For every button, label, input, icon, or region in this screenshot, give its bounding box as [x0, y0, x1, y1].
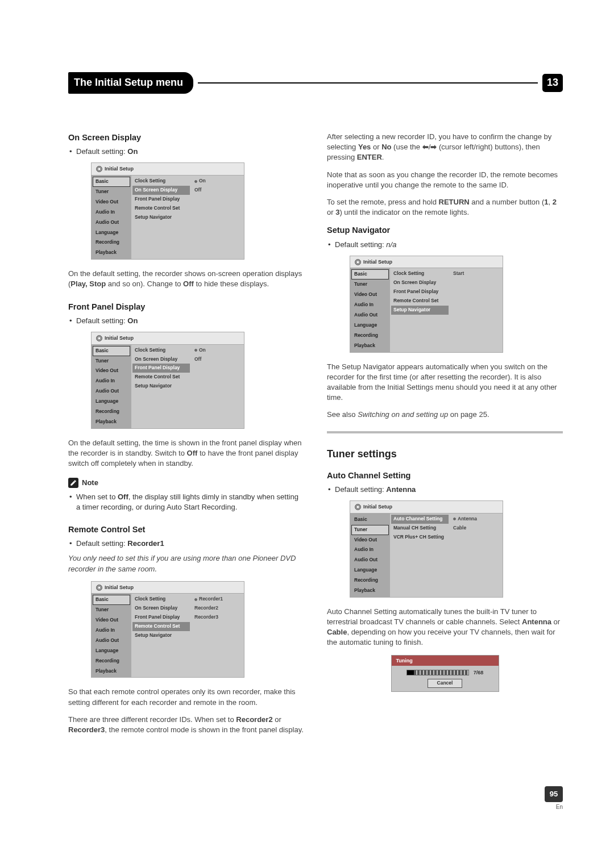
- page-language: En: [545, 803, 563, 811]
- osd-left-item: Tuner: [93, 605, 130, 615]
- osd-left-item: Audio Out: [93, 386, 130, 397]
- osd-left-item: Playback: [93, 666, 130, 677]
- screenshot-acs: Initial Setup Basic Tuner Video Out Audi…: [350, 500, 503, 598]
- fpd-description: On the default setting, the time is show…: [68, 438, 304, 469]
- osd-left-item: Language: [93, 397, 130, 407]
- screenshot-tuning: Tuning 7/68 Cancel: [391, 655, 499, 692]
- osd-center-item: Front Panel Display: [132, 195, 190, 204]
- osd-left-item: Audio In: [351, 300, 389, 310]
- osd-left-item: Playback: [93, 417, 130, 427]
- osd-left-item: Language: [351, 320, 389, 331]
- tuning-count: 7/68: [474, 669, 484, 677]
- osd-center-item: Remote Control Set: [132, 373, 190, 382]
- osd-center-item: Remote Control Set: [132, 622, 190, 631]
- default-setting-acs: Default setting: Antenna: [327, 485, 563, 495]
- header-bar: The Initial Setup menu 13: [68, 74, 563, 92]
- cancel-button[interactable]: Cancel: [428, 679, 463, 688]
- osd-center-item: Clock Setting: [132, 595, 190, 604]
- note-text: When set to Off, the display still light…: [68, 492, 304, 512]
- osd-option: Recorder3: [194, 613, 240, 622]
- osd-left-item: Video Out: [351, 535, 389, 545]
- osd-center-item: Remote Control Set: [132, 204, 190, 213]
- osd-left-item: Basic: [351, 269, 389, 279]
- osd-center-item: Auto Channel Setting: [391, 515, 449, 524]
- default-label: Default setting:: [335, 240, 386, 249]
- osd-option: Antenna: [453, 515, 499, 524]
- osd-window-title: Initial Setup: [105, 584, 134, 591]
- inoperative-paragraph: Note that as soon as you change the reco…: [327, 170, 563, 190]
- osd-left-item: Basic: [93, 346, 130, 356]
- disc-icon: [96, 585, 102, 591]
- default-value: On: [127, 316, 138, 325]
- osd-center-item: Setup Navigator: [132, 213, 190, 222]
- osd-center-item: Clock Setting: [391, 269, 449, 278]
- osd-left-item: Playback: [351, 586, 389, 596]
- default-setting-fpd: Default setting: On: [68, 316, 304, 326]
- osd-left-item: Audio In: [351, 545, 389, 555]
- osd-option: Start: [453, 269, 499, 278]
- osd-left-item: Video Out: [351, 290, 389, 300]
- screenshot-fpd: Initial Setup Basic Tuner Video Out Audi…: [91, 332, 244, 429]
- pencil-icon: [68, 478, 78, 488]
- osd-option: Off: [194, 186, 240, 195]
- osd-left-item: Tuner: [93, 187, 130, 197]
- page-title: The Initial Setup menu: [68, 72, 193, 93]
- osd-left-item: Recording: [351, 331, 389, 341]
- osd-left-item: Language: [351, 565, 389, 575]
- rcs-p1: So that each remote control operates onl…: [68, 687, 304, 707]
- note-header: Note: [68, 478, 304, 488]
- default-setting-nav: Default setting: n/a: [327, 240, 563, 250]
- arrow-right-icon: ➡: [430, 143, 437, 151]
- osd-window-title: Initial Setup: [105, 335, 134, 342]
- disc-icon: [355, 259, 361, 265]
- left-column: On Screen Display Default setting: On In…: [68, 132, 304, 746]
- nav-p1: The Setup Navigator appears automaticall…: [327, 362, 563, 403]
- osd-center-item: On Screen Display: [132, 186, 190, 195]
- osd-center-item: On Screen Display: [132, 355, 190, 364]
- default-label: Default setting:: [76, 147, 127, 156]
- right-column: After selecting a new recorder ID, you h…: [327, 132, 563, 746]
- acs-description: Auto Channel Setting automatically tunes…: [327, 607, 563, 648]
- osd-left-item: Audio Out: [93, 218, 130, 228]
- osd-center-item: Setup Navigator: [132, 382, 190, 391]
- osd-center-item: Clock Setting: [132, 177, 190, 186]
- osd-center-item: VCR Plus+ CH Setting: [391, 533, 449, 542]
- osd-left-item: Audio In: [93, 625, 130, 636]
- osd-left-item: Playback: [93, 248, 130, 258]
- osd-left-item: Audio Out: [351, 310, 389, 320]
- osd-center-item: Setup Navigator: [132, 631, 190, 640]
- set-remote-paragraph: To set the remote, press and hold RETURN…: [327, 197, 563, 218]
- default-label: Default setting:: [335, 485, 386, 494]
- osd-option: On: [194, 346, 240, 355]
- osd-left-item: Basic: [93, 177, 130, 187]
- osd-window-title: Initial Setup: [363, 258, 392, 266]
- disc-icon: [96, 166, 102, 172]
- osd-left-item: Recording: [93, 656, 130, 666]
- osd-left-item: Video Out: [93, 615, 130, 625]
- osd-center-item: Front Panel Display: [132, 613, 190, 622]
- arrow-left-icon: ⬅: [422, 143, 429, 151]
- osd-left-item: Tuner: [351, 525, 389, 535]
- heading-auto-channel-setting: Auto Channel Setting: [327, 470, 563, 481]
- osd-left-item: Basic: [93, 595, 130, 605]
- section-divider: [327, 431, 563, 433]
- osd-left-item: Audio In: [93, 207, 130, 218]
- osd-left-item: Tuner: [351, 279, 389, 290]
- osd-left-item: Video Out: [93, 197, 130, 207]
- osd-option: Off: [194, 355, 240, 364]
- disc-icon: [96, 335, 102, 341]
- default-value: n/a: [386, 240, 396, 249]
- header-rule: [198, 82, 538, 84]
- osd-left-item: Recording: [351, 575, 389, 586]
- osd-center-item: Front Panel Display: [132, 364, 190, 373]
- osd-option: Recorder1: [194, 595, 240, 604]
- note-label: Note: [82, 478, 98, 488]
- osd-left-item: Audio Out: [351, 555, 389, 565]
- tuning-title: Tuning: [392, 656, 499, 666]
- default-label: Default setting:: [76, 539, 127, 548]
- page-footer: 95 En: [68, 786, 563, 811]
- heading-tuner-settings: Tuner settings: [327, 447, 563, 461]
- osd-left-item: Recording: [93, 237, 130, 248]
- osd-center-item: Front Panel Display: [391, 287, 449, 297]
- screenshot-osd: Initial Setup Basic Tuner Video Out Audi…: [91, 162, 244, 260]
